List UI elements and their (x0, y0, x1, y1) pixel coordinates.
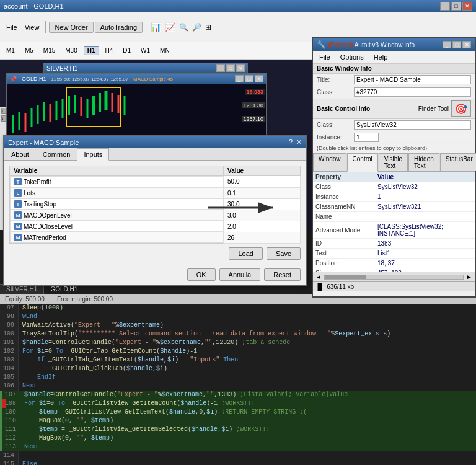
gold-price1: 16.033 (245, 89, 265, 95)
gold-max[interactable]: □ (245, 75, 253, 82)
app-title: account - GOLD,H1 (4, 2, 64, 10)
save-btn[interactable]: Save (267, 247, 301, 260)
grid-icon[interactable]: ⊞ (203, 23, 213, 32)
close-btn[interactable]: ✕ (462, 2, 472, 11)
cancel-btn[interactable]: Annulla (219, 268, 261, 281)
line-num-99: 99 (0, 321, 19, 330)
val-takeprofit[interactable]: 50.0 (224, 176, 301, 188)
gold-controls[interactable]: _ □ ✕ (235, 75, 263, 82)
prop-classnamenn-row[interactable]: ClassnameNN SysListView321 (313, 202, 475, 212)
autoit-tab-window[interactable]: Window (313, 153, 346, 171)
tf-d1[interactable]: D1 (119, 46, 134, 55)
tf-h4[interactable]: H4 (102, 46, 117, 55)
tf-m15[interactable]: M15 (40, 46, 59, 55)
minimize-btn[interactable]: _ (440, 2, 450, 11)
autoit-scrollbar[interactable]: ◄ ► (313, 272, 475, 281)
class-row: Class: (313, 86, 475, 99)
tab-inputs[interactable]: Inputs (77, 148, 109, 161)
breakpoint-108 (2, 399, 6, 408)
finder-tool-label: Finder Tool (418, 105, 449, 112)
autoit-controls[interactable]: _ □ ✕ (443, 41, 471, 48)
tab-silver[interactable]: SILVER,H1 (0, 285, 44, 294)
silver-controls[interactable]: _ □ ✕ (216, 64, 245, 72)
prop-advanced-row[interactable]: Advanced Mode [CLASS:SysListView32; INST… (313, 222, 475, 239)
line-num-107: 107 (2, 391, 20, 399)
gold-min[interactable]: _ (235, 75, 244, 82)
line-content-112: MagBox(0, "", $temp) (20, 434, 476, 443)
silver-max[interactable]: □ (226, 64, 235, 72)
silver-min[interactable]: _ (216, 64, 225, 72)
load-btn[interactable]: Load (229, 247, 262, 260)
autoit-close-btn[interactable]: ✕ (462, 41, 471, 48)
autoit-max[interactable]: □ (452, 41, 461, 48)
maximize-btn[interactable]: □ (451, 2, 461, 11)
silver-close[interactable]: ✕ (236, 64, 245, 72)
line-num-111: 111 (2, 425, 20, 434)
prop-class-value: SysListView32 (375, 182, 475, 192)
gold-price3: 1257.10 (242, 116, 265, 122)
expert-dialog-help[interactable]: ? (289, 138, 293, 146)
var-lots: LLots (10, 187, 223, 198)
zoom-out-icon[interactable]: 🔎 (190, 23, 203, 32)
zoom-in-icon[interactable]: 🔍 (177, 23, 190, 32)
menu-options[interactable]: Options (335, 52, 369, 62)
file-menu[interactable]: File (2, 22, 21, 32)
tf-mn[interactable]: MN (156, 46, 174, 55)
line-icon[interactable]: 📈 (163, 22, 177, 32)
tf-m30[interactable]: M30 (61, 46, 81, 55)
gold-close[interactable]: ✕ (255, 75, 263, 82)
code-line-101: 101 $handle=ControlGetHandle("Expert - "… (0, 339, 476, 347)
autotrading-btn[interactable]: AutoTrading (95, 22, 143, 33)
view-menu[interactable]: View (21, 22, 43, 32)
autoit-min[interactable]: _ (443, 41, 451, 48)
scroll-left-btn[interactable]: ◄ (315, 273, 322, 280)
tf-m5[interactable]: M5 (21, 46, 37, 55)
line-num-114: 114 (0, 451, 19, 460)
expert-dialog-footer: OK Annulla Reset (4, 265, 306, 285)
chart-icon[interactable]: 📊 (149, 22, 163, 32)
tab-gold[interactable]: GOLD,H1 (44, 285, 84, 294)
prop-class-label: Class (313, 182, 375, 192)
autoit-tab-hidden[interactable]: Hidden Text (408, 153, 439, 171)
reset-btn[interactable]: Reset (264, 268, 301, 281)
equity-text: Equity: 500.00 (5, 296, 45, 303)
finder-tool-btn[interactable]: 🎯 (451, 100, 471, 117)
tab-common[interactable]: Common (36, 148, 77, 160)
double-click-note: (Double click list entries to copy to cl… (313, 144, 475, 153)
ok-btn[interactable]: OK (187, 268, 216, 281)
prop-position-row[interactable]: Position 18, 37 (313, 259, 475, 268)
var-macdopen: MMACDOpenLevel (10, 210, 223, 221)
prop-position-label: Position (313, 259, 375, 268)
statusbar-text: 636/11 kb (327, 283, 354, 290)
class-input[interactable] (354, 87, 471, 97)
class2-input[interactable] (354, 120, 471, 130)
prop-instance-row[interactable]: Instance 1 (313, 192, 475, 202)
title-input[interactable] (354, 75, 471, 84)
expert-dialog-close-icon[interactable]: ✕ (296, 138, 302, 146)
prop-class-row[interactable]: Class SysListView32 (313, 182, 475, 192)
val-matrend[interactable]: 26 (224, 232, 301, 244)
window-controls[interactable]: _ □ ✕ (440, 2, 472, 11)
autoit-tab-control[interactable]: Control (347, 153, 378, 172)
gold-chart-pin: 📌 (9, 76, 17, 82)
title-row: Title: (313, 74, 475, 86)
prop-advanced-label: Advanced Mode (313, 222, 375, 239)
prop-name-row[interactable]: Name (313, 212, 475, 222)
new-order-btn[interactable]: New Order (49, 22, 93, 33)
tf-m1[interactable]: M1 (2, 46, 19, 55)
autoit-tab-statusbar[interactable]: StatusBar (440, 153, 476, 171)
tf-w1[interactable]: W1 (137, 46, 154, 55)
scroll-right-btn[interactable]: ► (466, 273, 472, 280)
prop-text-row[interactable]: Text List1 (313, 249, 475, 259)
line-content-99: WinWaitActive("Expert - "%$expertname) (19, 321, 476, 330)
var-icon-2: L (14, 189, 22, 197)
prop-id-row[interactable]: ID 1383 (313, 239, 475, 249)
statusbar-bars-icon: ▐▌ (315, 283, 324, 290)
instance-input[interactable] (354, 133, 379, 142)
menu-help[interactable]: Help (369, 52, 393, 62)
autoit-tab-visible[interactable]: Visible Text (379, 153, 408, 171)
code-line-107: 107 $handle=ControlGetHandle("Expert - "… (0, 391, 476, 399)
tf-h1[interactable]: H1 (84, 46, 99, 55)
tab-about[interactable]: About (4, 148, 36, 160)
menu-file[interactable]: File (314, 52, 335, 62)
